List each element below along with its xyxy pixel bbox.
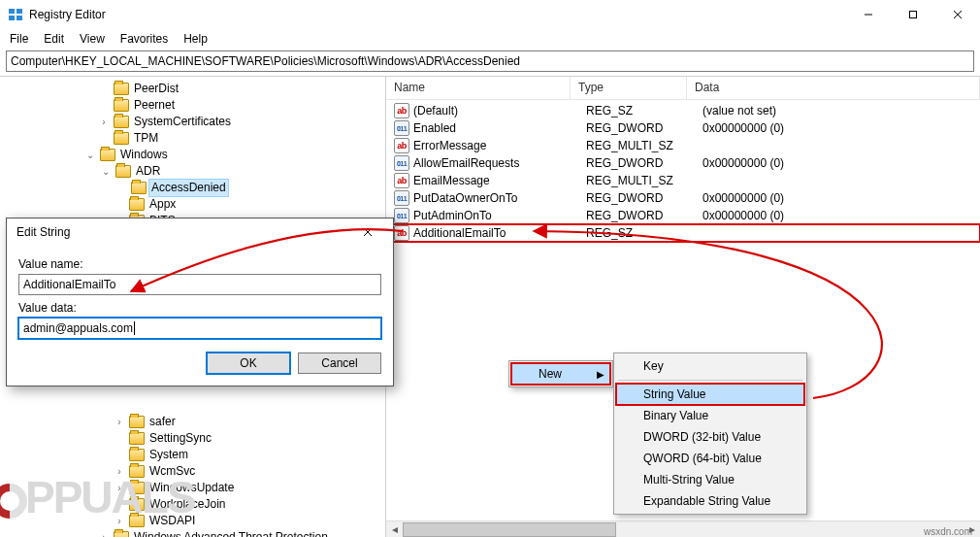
folder-icon (129, 515, 145, 527)
tree-node-accessdenied[interactable]: ▸AccessDenied (0, 180, 385, 196)
dword-value-icon (394, 190, 409, 206)
value-name: Enabled (413, 121, 586, 135)
tree-node-system[interactable]: ▸System (0, 447, 385, 463)
tree-node-watp[interactable]: ›Windows Advanced Threat Protection (0, 529, 385, 537)
chevron-right-icon: ▶ (597, 369, 604, 380)
tree-node-safer[interactable]: ›safer (0, 414, 385, 430)
menu-label: New (539, 367, 562, 381)
tree-node-tpm[interactable]: ▸TPM (0, 130, 385, 147)
submenu-dword-value[interactable]: DWORD (32-bit) Value (616, 426, 804, 448)
context-menu: New ▶ (508, 360, 613, 387)
svg-rect-1 (16, 9, 22, 14)
value-data: 0x00000000 (0) (702, 121, 980, 135)
dword-value-icon (394, 208, 409, 223)
value-row[interactable]: (Default)REG_SZ(value not set) (386, 102, 980, 119)
folder-icon (115, 165, 131, 178)
folder-icon (114, 116, 129, 128)
submenu-expandablestring-value[interactable]: Expandable String Value (616, 490, 804, 512)
tree-node-wsdapi[interactable]: ›WSDAPI (0, 513, 385, 529)
submenu-key[interactable]: Key (616, 355, 804, 377)
submenu-string-value[interactable]: String Value (616, 384, 804, 405)
edit-string-dialog: Edit String Value name: AdditionalEmailT… (6, 218, 394, 386)
tree-node-settingsync[interactable]: ▸SettingSync (0, 430, 385, 447)
string-value-icon (394, 225, 409, 241)
value-type: REG_DWORD (586, 209, 702, 222)
menu-edit[interactable]: Edit (36, 30, 72, 48)
value-row[interactable]: PutAdminOnToREG_DWORD0x00000000 (0) (386, 207, 980, 224)
svg-rect-0 (9, 9, 15, 14)
tree-node-systemcertificates[interactable]: ›SystemCertificates (0, 114, 385, 130)
value-data: (value not set) (702, 104, 980, 117)
value-row[interactable]: EnabledREG_DWORD0x00000000 (0) (386, 119, 980, 137)
tree-node-peernet[interactable]: ▸Peernet (0, 97, 385, 114)
tree-node-adr[interactable]: ⌄ADR (0, 163, 385, 180)
value-name: AllowEmailRequests (413, 156, 586, 170)
dialog-title: Edit String (16, 225, 348, 239)
menu-view[interactable]: View (72, 30, 113, 48)
string-value-icon (394, 173, 409, 188)
value-name: PutAdminOnTo (413, 209, 586, 222)
value-type: REG_DWORD (586, 121, 702, 135)
menu-file[interactable]: File (2, 30, 36, 48)
scroll-left-button[interactable]: ◂ (386, 521, 403, 538)
folder-icon (114, 132, 129, 145)
value-data: 0x00000000 (0) (702, 209, 980, 222)
site-watermark: wsxdn.com (924, 526, 972, 537)
cancel-button[interactable]: Cancel (298, 352, 381, 374)
tree-node-workplacejoin[interactable]: ▸WorkplaceJoin (0, 496, 385, 513)
value-data: 0x00000000 (0) (702, 156, 980, 170)
value-row[interactable]: EmailMessageREG_MULTI_SZ (386, 172, 980, 189)
address-bar[interactable]: Computer\HKEY_LOCAL_MACHINE\SOFTWARE\Pol… (6, 50, 974, 72)
value-data-label: Value data: (18, 301, 381, 315)
value-row[interactable]: PutDataOwnerOnToREG_DWORD0x00000000 (0) (386, 189, 980, 207)
dword-value-icon (394, 120, 409, 136)
window-minimize-button[interactable] (846, 0, 891, 29)
value-row[interactable]: AdditionalEmailToREG_SZ (386, 224, 980, 242)
folder-icon (114, 99, 129, 112)
folder-icon (114, 83, 129, 95)
column-type[interactable]: Type (571, 77, 687, 99)
string-value-icon (394, 138, 409, 153)
list-header[interactable]: Name Type Data (386, 77, 980, 100)
context-submenu-new: Key String Value Binary Value DWORD (32-… (613, 352, 807, 515)
app-icon (8, 7, 23, 22)
values-pane[interactable]: Name Type Data (Default)REG_SZ(value not… (386, 77, 980, 537)
tree-node-windowsupdate[interactable]: ›WindowsUpdate (0, 480, 385, 496)
scroll-thumb[interactable] (403, 522, 616, 537)
value-name: PutDataOwnerOnTo (413, 191, 586, 205)
submenu-multistring-value[interactable]: Multi-String Value (616, 469, 804, 490)
column-data[interactable]: Data (687, 77, 980, 99)
folder-icon (129, 482, 145, 494)
svg-rect-5 (910, 11, 917, 17)
value-type: REG_DWORD (586, 191, 702, 205)
tree-node-wcmsvc[interactable]: ›WcmSvc (0, 463, 385, 480)
horizontal-scrollbar[interactable]: ◂ ▸ (386, 520, 980, 537)
value-type: REG_MULTI_SZ (586, 139, 702, 152)
value-data-field[interactable]: admin@appuals.com (18, 318, 381, 339)
value-name-label: Value name: (18, 257, 381, 271)
window-maximize-button[interactable] (891, 0, 935, 29)
submenu-binary-value[interactable]: Binary Value (616, 405, 804, 426)
tree-node-appx[interactable]: ▸Appx (0, 196, 385, 213)
tree-node-windows[interactable]: ⌄Windows (0, 147, 385, 163)
value-name: (Default) (413, 104, 586, 117)
value-type: REG_MULTI_SZ (586, 174, 702, 187)
tree-node-peerdist[interactable]: ▸PeerDist (0, 81, 385, 97)
folder-icon (129, 449, 145, 461)
dialog-close-button[interactable] (348, 219, 387, 245)
column-name[interactable]: Name (386, 77, 571, 99)
dword-value-icon (394, 155, 409, 171)
folder-icon (129, 498, 145, 511)
menu-help[interactable]: Help (176, 30, 215, 48)
value-row[interactable]: ErrorMessageREG_MULTI_SZ (386, 137, 980, 154)
submenu-qword-value[interactable]: QWORD (64-bit) Value (616, 448, 804, 469)
string-value-icon (394, 103, 409, 118)
value-type: REG_DWORD (586, 156, 702, 170)
value-row[interactable]: AllowEmailRequestsREG_DWORD0x00000000 (0… (386, 154, 980, 172)
svg-rect-2 (9, 16, 15, 20)
value-type: REG_SZ (586, 104, 702, 117)
window-close-button[interactable] (935, 0, 980, 29)
context-menu-new[interactable]: New ▶ (511, 363, 610, 385)
menu-favorites[interactable]: Favorites (113, 30, 176, 48)
ok-button[interactable]: OK (207, 352, 290, 374)
